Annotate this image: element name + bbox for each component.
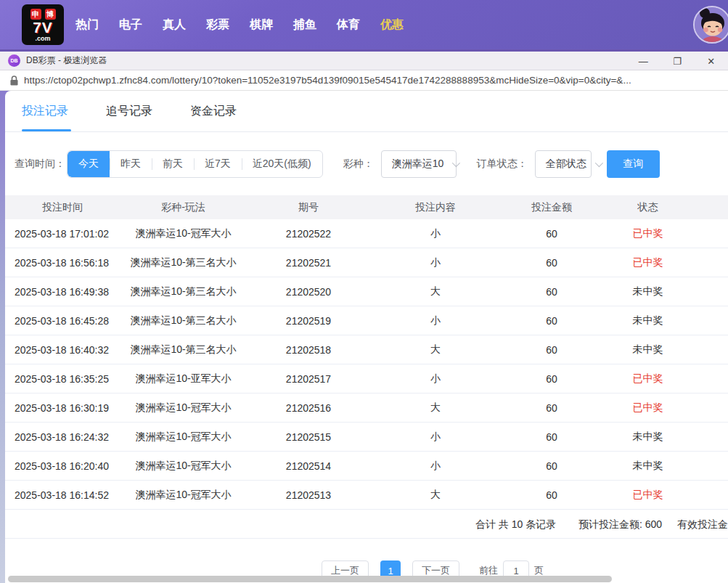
cell-issue: 21202522 xyxy=(247,228,370,240)
summary-total-records: 合计 共 10 条记录 xyxy=(475,518,556,531)
nav-item-sports[interactable]: 体育 xyxy=(337,17,360,33)
cell-bet-content: 大 xyxy=(370,489,501,502)
table-row: 2025-03-18 16:20:40 澳洲幸运10-冠军大小 21202514… xyxy=(5,452,728,481)
cell-status: 已中奖 xyxy=(602,256,693,269)
status-select-value: 全部状态 xyxy=(546,158,586,171)
cell-game-play: 澳洲幸运10-第三名大小 xyxy=(120,285,247,298)
cell-bet-time: 2025-03-18 16:40:32 xyxy=(5,344,120,356)
nav-item-board[interactable]: 棋牌 xyxy=(250,17,273,33)
logo-badge-shen: 申 xyxy=(30,9,41,20)
cell-bet-amount: 60 xyxy=(501,402,602,414)
cell-status: 未中奖 xyxy=(602,285,693,298)
summary-expected-amount: 预计投注金额: 600 xyxy=(578,518,662,531)
cell-bet-content: 大 xyxy=(370,401,501,415)
records-panel: 投注记录 追号记录 资金记录 查询时间： 今天 昨天 前天 近7天 近20天(低… xyxy=(5,91,728,583)
table-row: 2025-03-18 16:40:32 澳洲幸运10-第三名大小 2120251… xyxy=(5,335,728,364)
search-button[interactable]: 查询 xyxy=(607,150,660,178)
time-option-today[interactable]: 今天 xyxy=(68,151,110,177)
cell-bet-content: 小 xyxy=(370,431,501,444)
table-row: 2025-03-18 16:24:32 澳洲幸运10-冠军大小 21202515… xyxy=(5,423,728,452)
table-summary-row: 合计 共 10 条记录 预计投注金额: 600 有效投注金 xyxy=(5,510,728,539)
header-game-play: 彩种-玩法 xyxy=(120,201,247,214)
tab-chase-records[interactable]: 追号记录 xyxy=(106,104,152,119)
cell-bet-amount: 60 xyxy=(501,228,602,240)
cell-bet-amount: 60 xyxy=(501,431,602,443)
status-select[interactable]: 全部状态 xyxy=(535,150,592,178)
site-logo[interactable]: 申 博 7V .com xyxy=(22,4,64,45)
favicon-db-icon: DB xyxy=(8,54,20,67)
cell-game-play: 澳洲幸运10-第三名大小 xyxy=(120,314,247,327)
cell-bet-time: 2025-03-18 16:30:19 xyxy=(5,402,120,414)
window-titlebar: DB DB彩票 - 极速浏览器 — ❐ ✕ xyxy=(0,49,728,70)
cell-bet-time: 2025-03-18 16:24:32 xyxy=(5,431,120,443)
cell-bet-time: 2025-03-18 17:01:02 xyxy=(5,228,120,240)
nav-item-live[interactable]: 真人 xyxy=(163,17,186,33)
cell-bet-time: 2025-03-18 16:14:52 xyxy=(5,489,120,501)
active-tab-underline xyxy=(22,129,71,131)
table-row: 2025-03-18 16:49:38 澳洲幸运10-第三名大小 2120252… xyxy=(5,277,728,306)
cell-bet-amount: 60 xyxy=(501,286,602,298)
chevron-down-icon xyxy=(594,159,602,167)
tab-bet-records[interactable]: 投注记录 xyxy=(22,104,68,119)
time-filter-label: 查询时间： xyxy=(15,158,65,171)
url-bar[interactable]: https://ctop02pchwp1.zfnc84.com/lottery/… xyxy=(0,70,728,91)
lock-icon xyxy=(10,76,18,86)
cell-issue: 21202514 xyxy=(247,460,370,472)
cell-issue: 21202520 xyxy=(247,286,370,298)
cell-bet-amount: 60 xyxy=(501,460,602,472)
cell-bet-content: 大 xyxy=(370,343,501,356)
cell-issue: 21202521 xyxy=(247,257,370,269)
cell-bet-amount: 60 xyxy=(501,315,602,327)
chevron-down-icon xyxy=(452,159,460,167)
cell-bet-content: 大 xyxy=(370,285,501,298)
cell-issue: 21202513 xyxy=(247,489,370,501)
site-nav: 申 博 7V .com 热门 电子 真人 彩票 棋牌 捕鱼 体育 优惠 xyxy=(0,0,728,49)
horizontal-scrollbar[interactable] xyxy=(8,576,612,582)
time-option-day-before[interactable]: 前天 xyxy=(152,151,194,177)
lottery-filter-label: 彩种： xyxy=(343,158,374,171)
avatar-illustration xyxy=(695,7,728,42)
logo-suffix-text: .com xyxy=(35,35,50,42)
cell-bet-time: 2025-03-18 16:56:18 xyxy=(5,257,120,269)
nav-item-promo[interactable]: 优惠 xyxy=(380,17,404,33)
cell-bet-amount: 60 xyxy=(501,489,602,501)
time-option-yesterday[interactable]: 昨天 xyxy=(110,151,152,177)
time-option-7days[interactable]: 近7天 xyxy=(194,151,242,177)
cell-bet-time: 2025-03-18 16:20:40 xyxy=(5,460,120,472)
time-option-20days[interactable]: 近20天(低频) xyxy=(242,151,322,177)
logo-badges: 申 博 xyxy=(30,9,56,20)
lottery-select-value: 澳洲幸运10 xyxy=(392,158,444,171)
maximize-button[interactable]: ❐ xyxy=(666,56,688,67)
cell-status: 未中奖 xyxy=(602,343,693,356)
record-tabs: 投注记录 追号记录 资金记录 xyxy=(5,91,728,132)
lottery-select[interactable]: 澳洲幸运10 xyxy=(381,150,457,178)
url-text[interactable]: https://ctop02pchwp1.zfnc84.com/lottery/… xyxy=(24,75,631,86)
table-row: 2025-03-18 16:35:25 澳洲幸运10-亚军大小 21202517… xyxy=(5,364,728,394)
close-button[interactable]: ✕ xyxy=(700,56,722,67)
nav-item-fishing[interactable]: 捕鱼 xyxy=(293,17,316,33)
cell-status: 未中奖 xyxy=(602,431,693,444)
tab-fund-records[interactable]: 资金记录 xyxy=(190,104,237,119)
cell-game-play: 澳洲幸运10-冠军大小 xyxy=(120,401,247,415)
cell-status: 已中奖 xyxy=(602,401,693,415)
cell-issue: 21202517 xyxy=(247,373,370,385)
header-status: 状态 xyxy=(602,201,693,214)
cell-bet-amount: 60 xyxy=(501,373,602,385)
logo-badge-bo: 博 xyxy=(45,9,56,20)
filter-bar: 查询时间： 今天 昨天 前天 近7天 近20天(低频) 彩种： 澳洲幸运10 订… xyxy=(5,150,728,178)
minimize-button[interactable]: — xyxy=(632,56,654,67)
header-bet-amount: 投注金额 xyxy=(501,201,602,214)
cell-game-play: 澳洲幸运10-亚军大小 xyxy=(120,372,247,386)
user-avatar[interactable] xyxy=(693,6,728,44)
header-bet-time: 投注时间 xyxy=(5,201,120,214)
table-row: 2025-03-18 16:14:52 澳洲幸运10-冠军大小 21202513… xyxy=(5,481,728,510)
cell-bet-content: 小 xyxy=(370,460,501,473)
table-row: 2025-03-18 16:45:28 澳洲幸运10-第三名大小 2120251… xyxy=(5,306,728,335)
nav-item-hot[interactable]: 热门 xyxy=(75,17,99,33)
nav-item-electronic[interactable]: 电子 xyxy=(119,17,142,33)
cell-status: 已中奖 xyxy=(602,227,693,240)
cell-bet-amount: 60 xyxy=(501,257,602,269)
nav-item-lottery[interactable]: 彩票 xyxy=(206,17,229,33)
cell-bet-time: 2025-03-18 16:35:25 xyxy=(5,373,120,385)
header-issue: 期号 xyxy=(247,201,370,214)
